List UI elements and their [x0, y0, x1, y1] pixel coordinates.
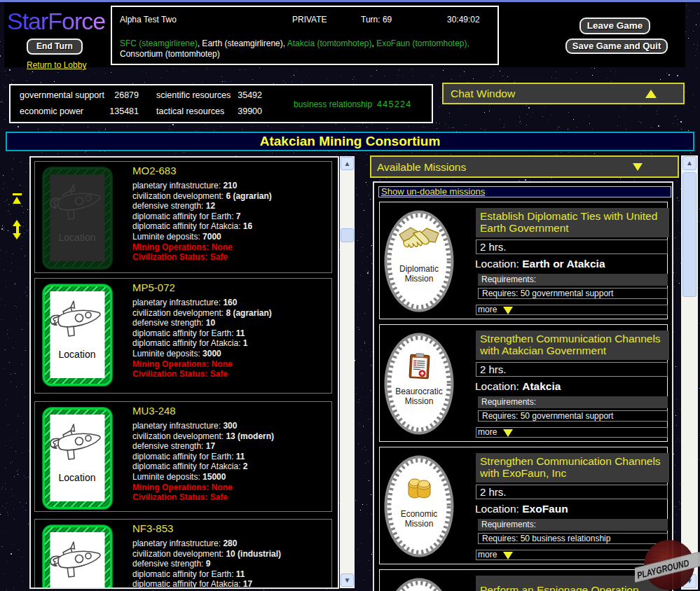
svg-text:Location: Location: [59, 472, 96, 483]
svg-text:Mission: Mission: [405, 274, 434, 284]
svg-text:Mission: Mission: [405, 396, 434, 406]
svg-text:Diplomatic: Diplomatic: [399, 264, 439, 274]
svg-text:Location: Location: [59, 349, 96, 360]
svg-text:Economic: Economic: [401, 509, 438, 519]
svg-text:Beaurocratic: Beaurocratic: [395, 387, 442, 396]
svg-text:Location: Location: [59, 232, 96, 243]
svg-text:Mission: Mission: [405, 519, 434, 529]
